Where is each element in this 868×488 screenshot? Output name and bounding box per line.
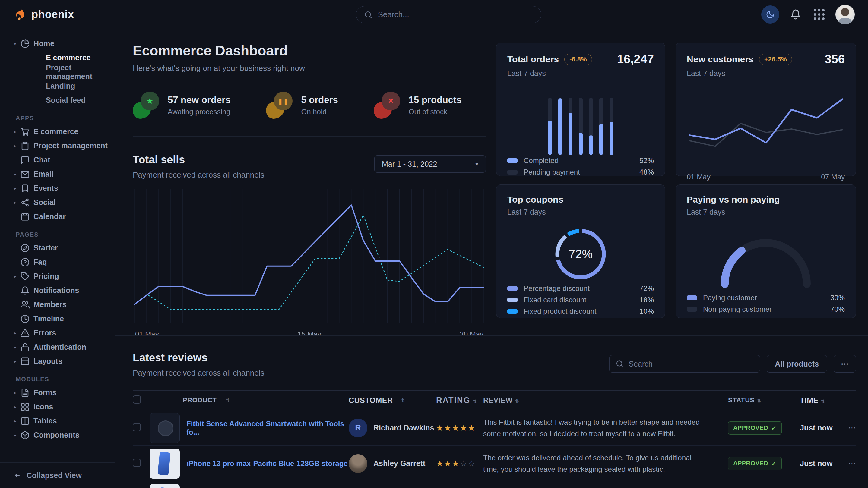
sidebar-item-e-commerce[interactable]: ▸ E commerce xyxy=(14,125,112,139)
sidebar-item-pricing[interactable]: ▸ Pricing xyxy=(14,269,112,283)
lock-icon xyxy=(21,343,30,352)
caret-icon: ▸ xyxy=(14,345,21,350)
stat-sub: On hold xyxy=(301,108,338,116)
sidebar-item-icons[interactable]: ▸ Icons xyxy=(14,400,112,414)
column-header-review[interactable]: REVIEW⇅ xyxy=(483,395,728,406)
sidebar-item-faq[interactable]: Faq xyxy=(14,255,112,269)
bar-fill xyxy=(558,98,562,155)
product-link[interactable]: iPhone 13 pro max-Pacific Blue-128GB sto… xyxy=(186,459,348,468)
sidebar-item-label: Home xyxy=(33,39,54,48)
reviews-table: PRODUCT⇅CUSTOMER⇅RATING⇅REVIEW⇅STATUS⇅TI… xyxy=(133,390,856,488)
sidebar-item-social[interactable]: ▸ Social xyxy=(14,195,112,209)
sidebar-subitem-landing[interactable]: Landing xyxy=(14,79,112,93)
sidebar-item-events[interactable]: ▸ Events xyxy=(14,181,112,195)
theme-toggle-button[interactable] xyxy=(761,5,779,24)
bell-icon xyxy=(790,9,801,20)
sidebar-item-chat[interactable]: Chat xyxy=(14,153,112,167)
app-launcher-button[interactable] xyxy=(812,9,826,20)
chevron-down-icon: ▾ xyxy=(475,160,478,168)
page-subtitle: Here's what's going on at your business … xyxy=(133,64,486,73)
row-menu-button[interactable]: ⋯ xyxy=(845,459,856,468)
select-all-checkbox[interactable] xyxy=(133,395,141,403)
row-checkbox[interactable] xyxy=(133,459,141,467)
new-customers-x-axis: 01 May 07 May xyxy=(687,168,845,181)
sidebar-item-notifications[interactable]: Notifications xyxy=(14,283,112,297)
card-title: New customers xyxy=(687,54,754,65)
all-products-button[interactable]: All products xyxy=(767,355,827,372)
sidebar-item-starter[interactable]: Starter xyxy=(14,241,112,255)
sidebar-subitem-project-management[interactable]: Project management xyxy=(14,65,112,79)
star-filled-icon: ★ xyxy=(468,423,476,432)
reviews-search-input[interactable] xyxy=(628,359,754,369)
search-icon xyxy=(616,359,624,368)
sidebar-item-label: Chat xyxy=(33,156,50,164)
total-orders-card: Total orders -6.8% 16,247 Last 7 days Co… xyxy=(496,42,665,176)
column-header-status[interactable]: STATUS⇅ xyxy=(728,396,800,404)
sidebar-item-home[interactable]: ▾ Home xyxy=(14,36,112,51)
bar-track xyxy=(610,98,614,155)
customer-avatar: R xyxy=(349,419,367,437)
legend-label: Paying customer xyxy=(703,294,757,302)
global-search-input[interactable] xyxy=(377,10,533,20)
column-header-product[interactable]: PRODUCT⇅ xyxy=(150,396,349,404)
sidebar-section-label: MODULES xyxy=(16,376,112,383)
row-menu-button[interactable]: ⋯ xyxy=(845,423,856,432)
cart-icon xyxy=(21,127,30,136)
sidebar-item-timeline[interactable]: Timeline xyxy=(14,312,112,326)
reviews-subtitle: Payment received across all channels xyxy=(133,368,264,378)
sidebar-item-errors[interactable]: ▸ Errors xyxy=(14,326,112,340)
caret-icon: ▸ xyxy=(14,418,21,424)
legend-value: 72% xyxy=(640,284,654,293)
star-filled-icon: ★ xyxy=(444,423,452,432)
sidebar-subitem-e-commerce[interactable]: E commerce xyxy=(14,51,112,65)
sidebar-item-forms[interactable]: ▸ Forms xyxy=(14,386,112,400)
bar-track xyxy=(579,98,583,155)
chat-icon xyxy=(21,156,30,165)
sidebar-section-label: APPS xyxy=(16,115,112,122)
notifications-button[interactable] xyxy=(788,9,803,20)
sidebar-item-tables[interactable]: ▸ Tables xyxy=(14,414,112,428)
date-range-select[interactable]: Mar 1 - 31, 2022 ▾ xyxy=(374,155,486,173)
review-time: Just now xyxy=(800,459,845,468)
new-customers-chart xyxy=(687,89,845,166)
legend-swatch xyxy=(507,297,518,302)
card-subtitle: Last 7 days xyxy=(687,69,845,78)
legend-label: Non-paying customer xyxy=(703,305,772,314)
row-checkbox[interactable] xyxy=(133,423,141,431)
check-icon: ✓ xyxy=(771,460,776,467)
star-filled-icon: ★ xyxy=(452,423,460,432)
coupons-donut-chart: 72% xyxy=(552,225,609,283)
sidebar-item-email[interactable]: ▸ Email xyxy=(14,167,112,181)
legend-value: 18% xyxy=(640,296,654,304)
sidebar-item-project-management[interactable]: ▸ Project management xyxy=(14,139,112,153)
sidebar-item-label: Notifications xyxy=(33,286,79,295)
column-header-time[interactable]: TIME⇅ xyxy=(800,396,845,405)
sidebar-item-authentication[interactable]: ▸ Authentication xyxy=(14,340,112,354)
sidebar-item-label: Project management xyxy=(33,141,108,150)
column-header-rating[interactable]: RATING⇅ xyxy=(436,396,483,405)
collapse-label: Collapsed View xyxy=(27,471,82,480)
product-link[interactable]: Fitbit Sense Advanced Smartwatch with To… xyxy=(186,420,349,436)
sidebar-item-components[interactable]: ▸ Components xyxy=(14,428,112,442)
brand-logo[interactable]: phoenix xyxy=(13,7,74,22)
sidebar-subitem-social-feed[interactable]: Social feed xyxy=(14,93,112,107)
column-header-customer[interactable]: CUSTOMER⇅ xyxy=(349,396,436,405)
legend-row: Completed 52% xyxy=(507,155,654,166)
customer-name: Ashley Garrett xyxy=(373,459,425,468)
caret-icon: ▸ xyxy=(14,359,21,364)
rating-stars: ★★★★★ xyxy=(436,423,483,433)
stats-row: ★ 57 new orders Awating processing ❚❚ 5 … xyxy=(133,92,486,119)
customer-avatar xyxy=(349,454,367,473)
sidebar-item-label: Email xyxy=(33,170,54,178)
compass-icon xyxy=(21,243,30,253)
more-options-button[interactable]: ⋯ xyxy=(834,355,856,372)
rating-stars: ★★★☆☆ xyxy=(436,459,483,468)
sidebar-item-layouts[interactable]: ▸ Layouts xyxy=(14,354,112,368)
user-avatar[interactable] xyxy=(835,5,855,24)
sidebar-item-members[interactable]: Members xyxy=(14,297,112,312)
legend-swatch xyxy=(507,170,518,174)
collapse-sidebar-button[interactable]: Collapsed View xyxy=(0,462,115,488)
pie-icon xyxy=(21,39,30,48)
sidebar-item-calendar[interactable]: Calendar xyxy=(14,209,112,224)
bell-icon xyxy=(21,286,30,295)
